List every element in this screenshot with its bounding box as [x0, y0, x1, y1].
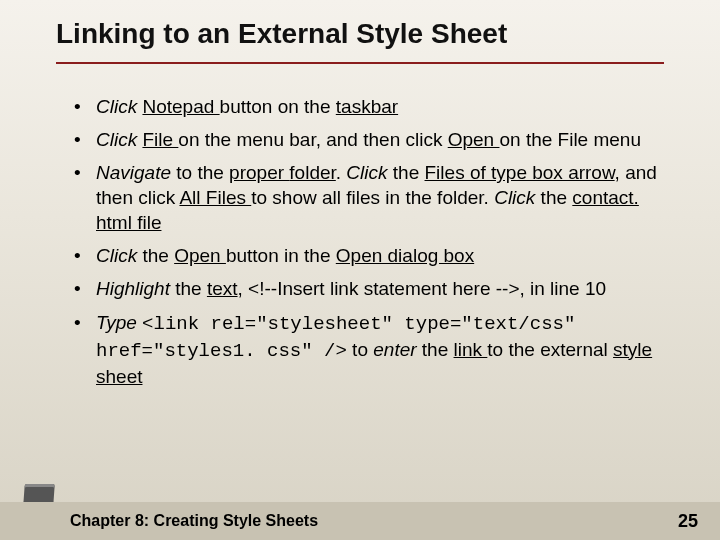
text-run: the — [393, 162, 425, 183]
text-run: folder — [289, 162, 335, 183]
text-run: link — [454, 339, 488, 360]
text-run: to the — [176, 162, 229, 183]
slide: Linking to an External Style Sheet Click… — [0, 0, 720, 540]
footer: Chapter 8: Creating Style Sheets 25 — [0, 502, 720, 540]
text-run: to show all files in the folder. — [251, 187, 494, 208]
text-run: Click — [96, 129, 142, 150]
text-run: style — [613, 339, 652, 360]
text-run: taskbar — [336, 96, 398, 117]
text-run: on the menu bar, and then click — [178, 129, 447, 150]
text-run: the — [142, 245, 174, 266]
list-item: Highlight the text, <!--Insert link stat… — [70, 276, 664, 301]
text-run: the — [175, 278, 207, 299]
text-run: Notepad — [142, 96, 219, 117]
page-title: Linking to an External Style Sheet — [0, 0, 720, 58]
text-run: on the File menu — [499, 129, 641, 150]
title-rule — [56, 62, 664, 64]
text-run: File — [142, 129, 178, 150]
text-run: Click — [494, 187, 540, 208]
text-run: to the external — [487, 339, 613, 360]
bullet-list: Click Notepad button on the taskbarClick… — [70, 94, 664, 389]
text-run: enter — [373, 339, 422, 360]
text-run: Click — [96, 96, 142, 117]
text-run: Type — [96, 312, 142, 333]
text-run: All Files — [179, 187, 251, 208]
list-item: Click Notepad button on the taskbar — [70, 94, 664, 119]
text-run: . — [336, 162, 347, 183]
text-run: the — [422, 339, 454, 360]
list-item: Click File on the menu bar, and then cli… — [70, 127, 664, 152]
text-run: sheet — [96, 366, 142, 387]
text-run: to — [347, 339, 373, 360]
text-run: , <!--Insert link statement here -->, in… — [238, 278, 607, 299]
text-run: the — [541, 187, 573, 208]
text-run: Open — [448, 129, 500, 150]
text-run: button on the — [220, 96, 336, 117]
text-run: Files of type box arrow — [425, 162, 615, 183]
text-run: Highlight — [96, 278, 175, 299]
chapter-label: Chapter 8: Creating Style Sheets — [70, 512, 318, 530]
text-run: Open dialog box — [336, 245, 474, 266]
page-number: 25 — [678, 511, 698, 532]
text-run: Click — [96, 245, 142, 266]
list-item: Click the Open button in the Open dialog… — [70, 243, 664, 268]
text-run: proper — [229, 162, 289, 183]
text-run: button in the — [226, 245, 336, 266]
list-item: Navigate to the proper folder. Click the… — [70, 160, 664, 235]
text-run: Open — [174, 245, 226, 266]
text-run: text — [207, 278, 238, 299]
text-run: Click — [346, 162, 392, 183]
list-item: Type <link rel="stylesheet" type="text/c… — [70, 310, 664, 389]
text-run: Navigate — [96, 162, 176, 183]
